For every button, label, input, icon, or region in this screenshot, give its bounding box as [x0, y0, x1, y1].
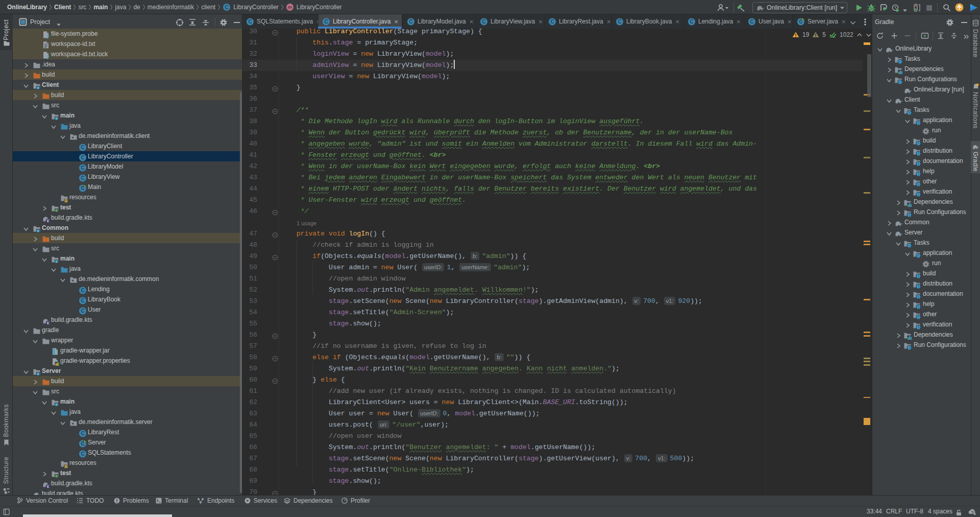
svg-text:C: C: [324, 19, 328, 25]
svg-text:C: C: [81, 298, 84, 303]
svg-text:C: C: [750, 19, 753, 25]
svg-text:?: ?: [46, 55, 49, 59]
svg-text:?: ?: [46, 34, 49, 39]
svg-text:C: C: [409, 19, 412, 25]
svg-text:C: C: [81, 165, 84, 171]
svg-text:C: C: [81, 431, 84, 436]
svg-text:C: C: [482, 19, 485, 25]
svg-text:C: C: [81, 451, 84, 457]
svg-text:C: C: [81, 308, 84, 314]
svg-text:C: C: [81, 145, 84, 150]
svg-text:C: C: [690, 19, 693, 25]
svg-text:m: m: [288, 4, 292, 10]
svg-text:C: C: [550, 19, 554, 25]
svg-text:C: C: [225, 5, 229, 10]
svg-text:C: C: [81, 175, 84, 181]
svg-text:C: C: [81, 288, 84, 293]
svg-text:C: C: [248, 19, 252, 25]
svg-text:C: C: [618, 19, 621, 25]
svg-text:C: C: [81, 155, 84, 160]
